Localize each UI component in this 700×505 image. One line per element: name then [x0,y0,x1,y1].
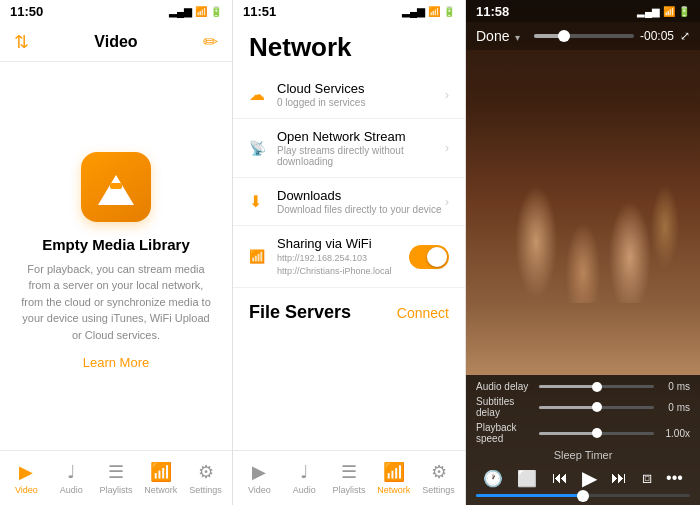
downloads-title: Downloads [277,188,445,203]
settings-tab-icon: ⚙ [198,461,214,483]
tab-bar-1: ▶ Video ♩ Audio ☰ Playlists 📶 Network ⚙ … [0,450,232,505]
file-servers-title: File Servers [249,302,351,323]
tab-settings-2[interactable]: ⚙ Settings [416,461,461,495]
tab-audio-1[interactable]: ♩ Audio [49,461,94,495]
audio-tab-label: Audio [60,485,83,495]
skip-forward-button[interactable]: ⏭ [611,469,627,487]
open-network-subtitle: Play streams directly without downloadin… [277,145,445,167]
audio-tab-label-2: Audio [293,485,316,495]
video-tab-label-2: Video [248,485,271,495]
tab-network-1[interactable]: 📶 Network [138,461,183,495]
connect-button[interactable]: Connect [397,305,449,321]
open-network-title: Open Network Stream [277,129,445,144]
tab-video-1[interactable]: ▶ Video [4,461,49,495]
subtitles-delay-value: 0 ms [660,402,690,413]
playlists-tab-label-2: Playlists [332,485,365,495]
cloud-services-text: Cloud Services 0 logged in services [277,81,445,108]
progress-track[interactable] [476,494,690,497]
cloud-services-subtitle: 0 logged in services [277,97,445,108]
battery-icon: 🔋 [210,6,222,17]
tab-network-2[interactable]: 📶 Network [371,461,416,495]
audio-delay-label: Audio delay [476,381,533,392]
file-servers-section: File Servers Connect [233,288,465,331]
downloads-subtitle: Download files directly to your device [277,204,445,215]
tab-playlists-2[interactable]: ☰ Playlists [327,461,372,495]
status-bar-2: 11:51 ▂▄▆ 📶 🔋 [233,0,465,22]
wifi-sharing-item[interactable]: 📶 Sharing via WiFi http://192.168.254.10… [233,226,465,288]
clock-icon[interactable]: 🕐 [483,469,503,488]
tab-audio-2[interactable]: ♩ Audio [282,461,327,495]
tab-playlists-1[interactable]: ☰ Playlists [94,461,139,495]
wifi-sharing-toggle[interactable] [409,245,449,269]
chevron-icon-2: › [445,141,449,155]
play-button[interactable]: ▶ [582,466,597,490]
playback-speed-value: 1.00x [660,428,690,439]
nav-bar-1: ⇅ Video ✏ [0,22,232,62]
expand-icon[interactable]: ⤢ [680,29,690,43]
tab-settings-1[interactable]: ⚙ Settings [183,461,228,495]
network-tab-icon-2: 📶 [383,461,405,483]
video-tab-icon-2: ▶ [252,461,266,483]
status-time-2: 11:51 [243,4,276,19]
cloud-icon: ☁ [249,85,277,104]
video-tab-icon: ▶ [19,461,33,483]
top-progress-bar[interactable] [534,34,634,38]
open-network-item[interactable]: 📡 Open Network Stream Play streams direc… [233,119,465,178]
empty-description: For playback, you can stream media from … [20,261,212,344]
chevron-icon-3: › [445,195,449,209]
network-tab-label: Network [144,485,177,495]
cloud-services-title: Cloud Services [277,81,445,96]
subtitles-delay-row: Subtitles delay 0 ms [476,396,690,418]
done-chevron-icon: ▾ [515,32,520,43]
subtitles-delay-slider[interactable] [539,406,654,409]
playlists-tab-icon-2: ☰ [341,461,357,483]
network-title: Network [233,22,465,71]
network-content: Network ☁ Cloud Services 0 logged in ser… [233,22,465,450]
status-bar-3: 11:58 ▂▄▆ 📶 🔋 [466,0,700,22]
player-panel: 11:58 ▂▄▆ 📶 🔋 Done ▾ -00:05 ⤢ Audio dela… [466,0,700,505]
edit-icon[interactable]: ✏ [203,31,218,53]
playback-speed-slider[interactable] [539,432,654,435]
sort-icon[interactable]: ⇅ [14,31,29,53]
wifi-sharing-subtitle: http://192.168.254.103http://Christians-… [277,252,409,277]
screen-icon[interactable]: ⬜ [517,469,537,488]
settings-tab-label-2: Settings [422,485,455,495]
signal-icon: ▂▄▆ [169,6,192,17]
signal-icon-2: ▂▄▆ [402,6,425,17]
wifi-sharing-text: Sharing via WiFi http://192.168.254.103h… [277,236,409,277]
status-bar-1: 11:50 ▂▄▆ 📶 🔋 [0,0,232,22]
status-time-1: 11:50 [10,4,43,19]
battery-icon-3: 🔋 [678,6,690,17]
sleep-timer-label: Sleep Timer [476,449,690,461]
more-icon[interactable]: ••• [666,469,683,487]
audio-delay-value: 0 ms [660,381,690,392]
wifi-icon-3: 📶 [663,6,675,17]
audio-delay-slider[interactable] [539,385,654,388]
audio-delay-row: Audio delay 0 ms [476,381,690,392]
subtitles-delay-label: Subtitles delay [476,396,533,418]
wifi-sharing-title: Sharing via WiFi [277,236,409,251]
playback-speed-label: Playback speed [476,422,533,444]
stream-icon: 📡 [249,140,277,156]
wifi-share-icon: 📶 [249,249,277,264]
empty-title: Empty Media Library [42,236,190,253]
chevron-icon-1: › [445,88,449,102]
skip-back-button[interactable]: ⏮ [552,469,568,487]
main-progress-bar[interactable] [476,494,690,497]
audio-tab-icon: ♩ [67,461,75,483]
wifi-icon-2: 📶 [428,6,440,17]
empty-state: Empty Media Library For playback, you ca… [0,62,232,450]
status-icons-2: ▂▄▆ 📶 🔋 [402,6,455,17]
network-panel: 11:51 ▂▄▆ 📶 🔋 Network ☁ Cloud Services 0… [233,0,466,505]
downloads-item[interactable]: ⬇ Downloads Download files directly to y… [233,178,465,226]
subtitles-icon[interactable]: ⧈ [642,469,652,487]
done-button[interactable]: Done ▾ [476,28,520,44]
tab-video-2[interactable]: ▶ Video [237,461,282,495]
learn-more-link[interactable]: Learn More [83,355,149,370]
playback-speed-row: Playback speed 1.00x [476,422,690,444]
cloud-services-item[interactable]: ☁ Cloud Services 0 logged in services › [233,71,465,119]
signal-icon-3: ▂▄▆ [637,6,660,17]
open-network-text: Open Network Stream Play streams directl… [277,129,445,167]
page-title-1: Video [94,33,137,51]
time-remaining: -00:05 [640,29,674,43]
